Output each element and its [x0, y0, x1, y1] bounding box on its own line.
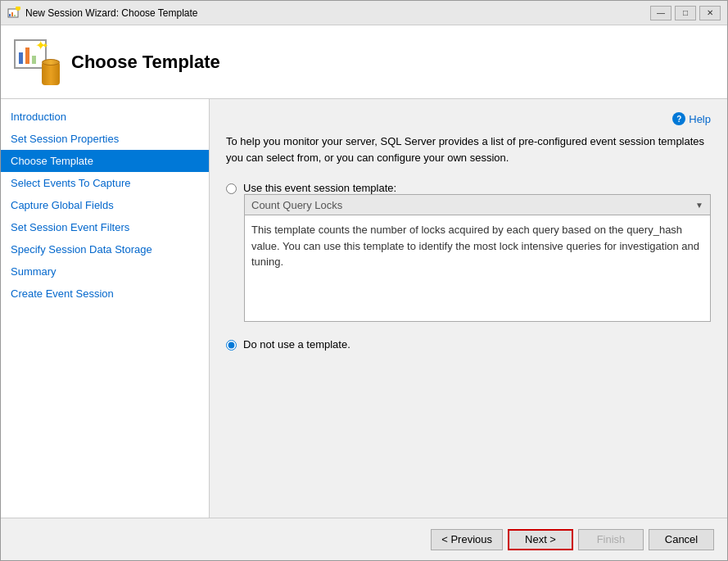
close-button[interactable]: ✕ [699, 6, 721, 20]
use-template-radio[interactable] [226, 183, 237, 194]
help-link[interactable]: ? Help [226, 112, 711, 125]
sidebar-item-introduction[interactable]: Introduction [1, 106, 209, 128]
template-section: Count Query Locks ▼ This template counts… [244, 194, 711, 322]
cancel-button[interactable]: Cancel [649, 529, 714, 550]
sidebar-item-select-events[interactable]: Select Events To Capture [1, 172, 209, 194]
use-template-label[interactable]: Use this event session template: [243, 182, 396, 194]
window-controls: — □ ✕ [650, 6, 721, 20]
no-template-radio[interactable] [226, 340, 237, 351]
window-title: New Session Wizard: Choose Template [25, 7, 650, 19]
next-button[interactable]: Next > [508, 529, 573, 550]
content-area: ? Help To help you monitor your server, … [210, 99, 727, 518]
title-bar: New Session Wizard: Choose Template — □ … [1, 1, 727, 25]
svg-rect-3 [14, 15, 16, 16]
dropdown-value: Count Query Locks [251, 199, 695, 211]
minimize-button[interactable]: — [650, 6, 671, 20]
sidebar-item-set-session-properties[interactable]: Set Session Properties [1, 128, 209, 150]
sidebar: Introduction Set Session Properties Choo… [1, 99, 210, 518]
previous-button[interactable]: < Previous [431, 529, 503, 550]
help-icon: ? [672, 112, 685, 125]
main-window: New Session Wizard: Choose Template — □ … [0, 0, 728, 561]
no-template-label[interactable]: Do not use a template. [243, 338, 350, 351]
template-dropdown[interactable]: Count Query Locks ▼ [244, 194, 711, 215]
template-description-text: This template counts the number of locks… [244, 215, 711, 322]
sidebar-item-set-session-event-filters[interactable]: Set Session Event Filters [1, 216, 209, 238]
description-text: To help you monitor your server, SQL Ser… [226, 133, 711, 165]
page-title: Choose Template [71, 52, 220, 73]
sidebar-item-create-event-session[interactable]: Create Event Session [1, 283, 209, 305]
sidebar-item-capture-global-fields[interactable]: Capture Global Fields [1, 194, 209, 216]
help-label: Help [689, 113, 711, 125]
sidebar-item-specify-session-data-storage[interactable]: Specify Session Data Storage [1, 238, 209, 260]
radio-group: Use this event session template: Count Q… [226, 182, 711, 351]
svg-rect-1 [9, 14, 11, 16]
sidebar-item-summary[interactable]: Summary [1, 260, 209, 283]
header-banner: ✦ ✦ Choose Template [1, 25, 727, 99]
finish-button[interactable]: Finish [578, 529, 644, 550]
maximize-button[interactable]: □ [675, 6, 696, 20]
window-icon [7, 7, 20, 20]
no-template-option: Do not use a template. [226, 338, 711, 351]
main-content: Introduction Set Session Properties Choo… [1, 99, 727, 518]
sidebar-item-choose-template[interactable]: Choose Template [1, 150, 209, 172]
header-icon: ✦ ✦ [14, 39, 60, 85]
dropdown-arrow-icon: ▼ [695, 201, 703, 210]
svg-rect-2 [11, 12, 13, 16]
footer: < Previous Next > Finish Cancel [1, 518, 727, 560]
use-template-radio-row: Use this event session template: [226, 182, 711, 194]
use-template-option: Use this event session template: Count Q… [226, 182, 711, 322]
